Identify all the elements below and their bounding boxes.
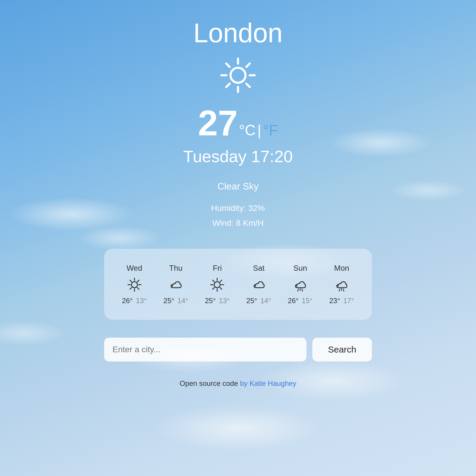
svg-line-5 <box>226 63 229 67</box>
day-temps-fri: 25° 13° <box>205 297 230 305</box>
svg-point-18 <box>214 282 220 288</box>
day-label-fri: Fri <box>213 264 222 273</box>
svg-line-29 <box>302 289 303 291</box>
svg-line-6 <box>246 84 250 87</box>
forecast-day-sat: Sat 25° 14° <box>246 264 271 305</box>
temp-value: 27 <box>198 105 237 141</box>
day-temps-thu: 25° 14° <box>163 297 188 305</box>
search-button[interactable]: Search <box>312 338 372 361</box>
svg-line-7 <box>246 63 250 67</box>
wind-text: Wind: 8 Km/H <box>211 216 265 231</box>
weather-condition: Clear Sky <box>217 181 259 192</box>
footer-text: Open source code <box>180 379 238 387</box>
svg-line-32 <box>343 289 344 291</box>
temp-fahrenheit[interactable]: °F <box>263 122 278 139</box>
temp-separator: | <box>257 122 261 139</box>
day-icon-mon <box>334 277 349 292</box>
svg-line-25 <box>220 280 222 282</box>
city-search-input[interactable] <box>104 338 306 361</box>
day-temps-sun: 26° 15° <box>288 297 312 305</box>
svg-line-16 <box>137 280 139 282</box>
svg-line-26 <box>213 287 214 289</box>
datetime-display: Tuesday 17:20 <box>183 147 293 166</box>
day-icon-thu <box>168 277 184 292</box>
day-label-wed: Wed <box>126 264 142 273</box>
day-label-sun: Sun <box>293 264 307 273</box>
svg-line-23 <box>213 280 214 282</box>
svg-line-31 <box>339 289 340 291</box>
day-icon-sat <box>251 277 267 292</box>
day-temps-wed: 26° 13° <box>122 297 147 305</box>
day-label-thu: Thu <box>169 264 183 273</box>
search-row: Search <box>104 338 372 361</box>
svg-point-9 <box>131 282 137 288</box>
svg-line-14 <box>130 280 131 282</box>
forecast-day-sun: Sun 26° 15° <box>288 264 312 305</box>
day-label-mon: Mon <box>334 264 349 273</box>
city-title: London <box>193 18 283 48</box>
day-icon-sun <box>292 277 308 292</box>
footer: Open source code by Katie Haughey <box>180 379 296 388</box>
svg-line-15 <box>137 287 139 289</box>
forecast-day-mon: Mon 23° 17° <box>329 264 354 305</box>
weather-details: Humidity: 32% Wind: 8 Km/H <box>211 201 265 231</box>
temperature-display: 27 °C | °F <box>198 105 278 141</box>
day-label-sat: Sat <box>253 264 264 273</box>
svg-line-8 <box>226 84 229 87</box>
weather-icon <box>217 54 259 96</box>
forecast-day-wed: Wed 26° 13° <box>122 264 147 305</box>
svg-line-28 <box>298 289 298 291</box>
svg-line-24 <box>220 287 222 289</box>
footer-link[interactable]: by Katie Haughey <box>240 379 296 387</box>
svg-point-0 <box>231 68 245 83</box>
forecast-day-thu: Thu 25° 14° <box>163 264 188 305</box>
forecast-day-fri: Fri 25° 13° <box>205 264 230 305</box>
day-icon-fri <box>209 277 225 292</box>
forecast-panel: Wed 26° 13° Thu <box>104 249 372 320</box>
temp-celsius: °C <box>239 122 256 139</box>
svg-line-17 <box>130 287 131 289</box>
day-icon-wed <box>127 277 142 292</box>
humidity-text: Humidity: 32% <box>211 201 265 216</box>
day-temps-sat: 25° 14° <box>246 297 271 305</box>
day-temps-mon: 23° 17° <box>329 297 354 305</box>
